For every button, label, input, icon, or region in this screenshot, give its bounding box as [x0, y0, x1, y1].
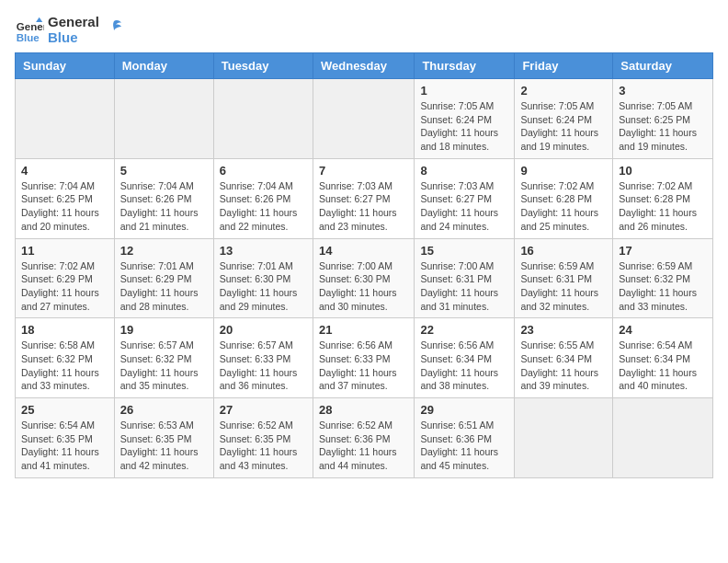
day-info: Sunrise: 6:57 AM Sunset: 6:33 PM Dayligh… [220, 339, 307, 393]
calendar-header-row: SundayMondayTuesdayWednesdayThursdayFrid… [16, 53, 713, 79]
calendar-week-row: 18Sunrise: 6:58 AM Sunset: 6:32 PM Dayli… [16, 318, 713, 398]
day-info: Sunrise: 6:53 AM Sunset: 6:35 PM Dayligh… [120, 419, 208, 473]
calendar-cell: 10Sunrise: 7:02 AM Sunset: 6:28 PM Dayli… [613, 158, 713, 238]
day-info: Sunrise: 7:00 AM Sunset: 6:30 PM Dayligh… [319, 259, 408, 314]
day-info: Sunrise: 6:52 AM Sunset: 6:36 PM Dayligh… [319, 419, 408, 473]
calendar-week-row: 11Sunrise: 7:02 AM Sunset: 6:29 PM Dayli… [16, 238, 713, 318]
day-info: Sunrise: 6:54 AM Sunset: 6:34 PM Dayligh… [619, 339, 707, 393]
day-number: 13 [220, 244, 307, 258]
calendar-cell [515, 398, 613, 478]
day-info: Sunrise: 7:04 AM Sunset: 6:25 PM Dayligh… [21, 179, 108, 234]
day-number: 8 [420, 164, 508, 178]
day-number: 22 [420, 323, 508, 337]
calendar-cell [313, 79, 414, 159]
day-info: Sunrise: 6:57 AM Sunset: 6:32 PM Dayligh… [120, 339, 208, 393]
weekday-header: Monday [114, 53, 213, 79]
calendar-cell: 22Sunrise: 6:56 AM Sunset: 6:34 PM Dayli… [415, 318, 515, 398]
calendar-week-row: 1Sunrise: 7:05 AM Sunset: 6:24 PM Daylig… [16, 79, 713, 159]
svg-marker-2 [36, 17, 42, 21]
logo-icon: General Blue [15, 16, 44, 45]
calendar-cell [213, 79, 313, 159]
calendar-cell: 3Sunrise: 7:05 AM Sunset: 6:25 PM Daylig… [613, 79, 713, 159]
day-number: 18 [21, 323, 108, 337]
day-info: Sunrise: 7:01 AM Sunset: 6:29 PM Dayligh… [120, 259, 208, 314]
logo-bird-icon [105, 17, 123, 36]
day-number: 25 [21, 403, 108, 417]
day-info: Sunrise: 7:05 AM Sunset: 6:24 PM Dayligh… [420, 99, 508, 154]
day-number: 4 [21, 164, 108, 178]
calendar-cell: 9Sunrise: 7:02 AM Sunset: 6:28 PM Daylig… [515, 158, 613, 238]
calendar-cell: 27Sunrise: 6:52 AM Sunset: 6:35 PM Dayli… [213, 398, 313, 478]
day-info: Sunrise: 6:54 AM Sunset: 6:35 PM Dayligh… [21, 419, 108, 473]
day-info: Sunrise: 7:01 AM Sunset: 6:30 PM Dayligh… [220, 259, 307, 314]
day-number: 15 [420, 244, 508, 258]
day-info: Sunrise: 6:55 AM Sunset: 6:34 PM Dayligh… [520, 339, 607, 393]
calendar-cell: 1Sunrise: 7:05 AM Sunset: 6:24 PM Daylig… [415, 79, 515, 159]
day-number: 24 [619, 323, 707, 337]
day-info: Sunrise: 7:04 AM Sunset: 6:26 PM Dayligh… [220, 179, 307, 234]
calendar-cell: 15Sunrise: 7:00 AM Sunset: 6:31 PM Dayli… [415, 238, 515, 318]
day-info: Sunrise: 7:00 AM Sunset: 6:31 PM Dayligh… [420, 259, 508, 314]
logo-text-line1: General [48, 15, 99, 30]
day-number: 2 [520, 84, 607, 98]
day-number: 14 [319, 244, 408, 258]
day-info: Sunrise: 6:56 AM Sunset: 6:34 PM Dayligh… [420, 339, 508, 393]
day-info: Sunrise: 7:05 AM Sunset: 6:25 PM Dayligh… [619, 99, 707, 154]
calendar-cell: 24Sunrise: 6:54 AM Sunset: 6:34 PM Dayli… [613, 318, 713, 398]
day-number: 20 [220, 323, 307, 337]
calendar-cell: 16Sunrise: 6:59 AM Sunset: 6:31 PM Dayli… [515, 238, 613, 318]
weekday-header: Friday [515, 53, 613, 79]
day-number: 17 [619, 244, 707, 258]
logo: General Blue General Blue [15, 15, 123, 45]
day-info: Sunrise: 6:59 AM Sunset: 6:32 PM Dayligh… [619, 259, 707, 314]
calendar: SundayMondayTuesdayWednesdayThursdayFrid… [15, 52, 713, 478]
day-number: 1 [420, 84, 508, 98]
calendar-cell: 28Sunrise: 6:52 AM Sunset: 6:36 PM Dayli… [313, 398, 414, 478]
calendar-cell: 20Sunrise: 6:57 AM Sunset: 6:33 PM Dayli… [213, 318, 313, 398]
day-info: Sunrise: 6:51 AM Sunset: 6:36 PM Dayligh… [420, 419, 508, 473]
calendar-cell [613, 398, 713, 478]
calendar-cell: 13Sunrise: 7:01 AM Sunset: 6:30 PM Dayli… [213, 238, 313, 318]
day-number: 29 [420, 403, 508, 417]
day-number: 26 [120, 403, 208, 417]
calendar-cell: 26Sunrise: 6:53 AM Sunset: 6:35 PM Dayli… [114, 398, 213, 478]
svg-text:General: General [17, 21, 44, 32]
day-number: 10 [619, 164, 707, 178]
day-info: Sunrise: 7:02 AM Sunset: 6:28 PM Dayligh… [619, 179, 707, 234]
calendar-cell: 11Sunrise: 7:02 AM Sunset: 6:29 PM Dayli… [16, 238, 115, 318]
weekday-header: Tuesday [213, 53, 313, 79]
day-number: 21 [319, 323, 408, 337]
calendar-cell: 29Sunrise: 6:51 AM Sunset: 6:36 PM Dayli… [415, 398, 515, 478]
day-info: Sunrise: 6:52 AM Sunset: 6:35 PM Dayligh… [220, 419, 307, 473]
calendar-cell: 17Sunrise: 6:59 AM Sunset: 6:32 PM Dayli… [613, 238, 713, 318]
day-info: Sunrise: 7:05 AM Sunset: 6:24 PM Dayligh… [520, 99, 607, 154]
day-number: 9 [520, 164, 607, 178]
calendar-cell: 23Sunrise: 6:55 AM Sunset: 6:34 PM Dayli… [515, 318, 613, 398]
day-number: 19 [120, 323, 208, 337]
day-number: 12 [120, 244, 208, 258]
calendar-cell: 14Sunrise: 7:00 AM Sunset: 6:30 PM Dayli… [313, 238, 414, 318]
calendar-cell: 5Sunrise: 7:04 AM Sunset: 6:26 PM Daylig… [114, 158, 213, 238]
day-number: 11 [21, 244, 108, 258]
calendar-cell: 21Sunrise: 6:56 AM Sunset: 6:33 PM Dayli… [313, 318, 414, 398]
calendar-cell: 7Sunrise: 7:03 AM Sunset: 6:27 PM Daylig… [313, 158, 414, 238]
day-info: Sunrise: 6:56 AM Sunset: 6:33 PM Dayligh… [319, 339, 408, 393]
day-number: 6 [220, 164, 307, 178]
day-number: 23 [520, 323, 607, 337]
calendar-cell: 2Sunrise: 7:05 AM Sunset: 6:24 PM Daylig… [515, 79, 613, 159]
calendar-cell: 6Sunrise: 7:04 AM Sunset: 6:26 PM Daylig… [213, 158, 313, 238]
day-info: Sunrise: 6:58 AM Sunset: 6:32 PM Dayligh… [21, 339, 108, 393]
calendar-cell: 25Sunrise: 6:54 AM Sunset: 6:35 PM Dayli… [16, 398, 115, 478]
day-number: 27 [220, 403, 307, 417]
calendar-week-row: 25Sunrise: 6:54 AM Sunset: 6:35 PM Dayli… [16, 398, 713, 478]
day-info: Sunrise: 7:03 AM Sunset: 6:27 PM Dayligh… [420, 179, 508, 234]
day-number: 7 [319, 164, 408, 178]
calendar-cell: 18Sunrise: 6:58 AM Sunset: 6:32 PM Dayli… [16, 318, 115, 398]
calendar-cell [16, 79, 115, 159]
day-info: Sunrise: 7:02 AM Sunset: 6:29 PM Dayligh… [21, 259, 108, 314]
calendar-cell [114, 79, 213, 159]
day-info: Sunrise: 7:03 AM Sunset: 6:27 PM Dayligh… [319, 179, 408, 234]
weekday-header: Thursday [415, 53, 515, 79]
day-number: 3 [619, 84, 707, 98]
calendar-cell: 8Sunrise: 7:03 AM Sunset: 6:27 PM Daylig… [415, 158, 515, 238]
